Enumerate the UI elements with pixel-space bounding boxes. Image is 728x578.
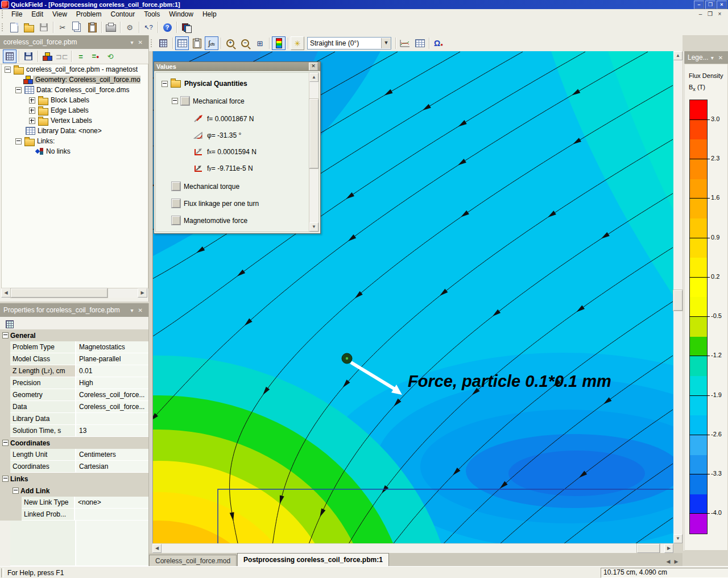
open-button[interactable] (22, 20, 36, 34)
values-item-fy[interactable]: fy = -9.711e-5 N (193, 164, 253, 172)
zoom-extents-button[interactable]: ⊞ (253, 36, 267, 50)
chevron-down-icon[interactable]: ▾ (709, 55, 716, 61)
close-icon[interactable]: ✕ (716, 55, 725, 61)
xy-plot-button[interactable] (398, 36, 412, 50)
save-button[interactable] (37, 20, 51, 34)
collapse-icon[interactable] (172, 98, 178, 104)
scroll-thumb[interactable] (673, 290, 682, 311)
color-legend-button[interactable] (272, 36, 286, 50)
save-problem-button[interactable] (22, 49, 35, 63)
collapse-icon[interactable] (2, 440, 9, 446)
values-item-physical-quantities[interactable]: Physical Quantities (162, 80, 247, 88)
property-row[interactable]: Precision High (0, 377, 148, 389)
tab-scroll-left-icon[interactable]: ◀ (664, 559, 672, 564)
collapse-icon[interactable] (5, 67, 11, 73)
values-item-f[interactable]: f = 0.0001867 N (193, 114, 254, 123)
tree-item-library-data[interactable]: Library Data: <none> (2, 126, 148, 136)
chevron-down-icon[interactable]: ▼ (381, 38, 391, 48)
new-document-button[interactable] (7, 20, 21, 34)
tree-item-geometry[interactable]: Geometry: Coreless_coil_force.mo (2, 75, 148, 85)
windows-button[interactable] (179, 20, 193, 34)
solve-see-results-button[interactable]: =● (89, 49, 102, 63)
values-item-phi[interactable]: φ = -31.35 ° (193, 131, 241, 139)
mdi-minimize-button[interactable]: – (696, 10, 705, 18)
expand-icon[interactable] (29, 108, 35, 114)
checkbox-icon[interactable] (181, 97, 189, 105)
zoom-in-button[interactable]: + (224, 36, 237, 50)
checkbox-icon[interactable] (172, 199, 180, 208)
refresh-button[interactable]: ⟲ (104, 49, 117, 63)
tab-model[interactable]: Coreless_coil_force.mod (149, 555, 237, 566)
close-icon[interactable]: ✕ (309, 63, 318, 71)
property-group-general[interactable]: General (0, 329, 148, 341)
menu-window[interactable]: Window (164, 10, 198, 19)
expand-icon[interactable] (29, 97, 35, 104)
help-button[interactable]: ? (160, 20, 174, 34)
paste-button[interactable] (85, 20, 99, 34)
minimize-button[interactable]: – (694, 1, 704, 9)
cut-button[interactable]: ✂ (56, 20, 69, 34)
collapse-icon[interactable] (13, 488, 19, 494)
values-item-mechanical-torque[interactable]: Mechanical torque (172, 182, 239, 191)
plot-vscrollbar[interactable]: ▲ ▼ (673, 51, 682, 543)
field-picture-button[interactable] (156, 36, 170, 50)
scroll-right-icon[interactable]: ▶ (664, 544, 673, 553)
collapse-icon[interactable] (15, 87, 22, 93)
scroll-left-icon[interactable]: ◀ (152, 544, 162, 553)
impedance-wizard-button[interactable]: Ω● (432, 36, 445, 50)
collapse-icon[interactable] (2, 476, 9, 482)
force-particle[interactable] (342, 353, 352, 364)
contour-type-combobox[interactable]: Straight line (0°) ▼ (307, 37, 391, 49)
tree-item-data[interactable]: Data: Coreless_coil_force.dms (2, 85, 148, 95)
property-row[interactable]: Z Length (Lz), cm 0.01 (0, 365, 148, 377)
property-group-links[interactable]: Links (0, 473, 148, 485)
values-window-titlebar[interactable]: Values ✕ (154, 62, 320, 71)
values-window-button[interactable] (175, 36, 189, 50)
scroll-thumb[interactable] (637, 544, 660, 553)
scroll-down-icon[interactable]: ▼ (309, 222, 318, 232)
print-button[interactable] (104, 20, 118, 34)
links-button[interactable]: ⊐⊏ (55, 49, 69, 63)
checkbox-icon[interactable] (172, 216, 180, 225)
calculator-button[interactable] (190, 36, 204, 50)
property-group-coordinates[interactable]: Coordinates (0, 437, 148, 449)
checkbox-icon[interactable] (172, 182, 180, 191)
picture-wizard-button[interactable]: ✳ (291, 36, 304, 50)
values-item-magnetomotive-force[interactable]: Magnetomotive force (172, 216, 247, 225)
menu-file[interactable]: File (7, 10, 27, 19)
property-row[interactable]: Length Unit Centimeters (0, 449, 148, 461)
restore-button[interactable]: ❐ (705, 1, 715, 9)
values-window[interactable]: Values ✕ Physical Quantities Mechanical … (154, 61, 321, 234)
chevron-down-icon[interactable]: ▾ (129, 307, 136, 313)
geometry-button[interactable] (40, 49, 54, 63)
tab-scroll-right-icon[interactable]: ▶ (672, 559, 680, 564)
solve-button[interactable]: = (74, 49, 88, 63)
collapse-icon[interactable] (15, 138, 22, 144)
view-panels-button[interactable] (3, 49, 16, 63)
scroll-left-icon[interactable]: ◀ (1, 288, 11, 298)
property-row[interactable]: Solution Time, s 13 (0, 425, 148, 437)
menu-problem[interactable]: Problem (72, 10, 106, 19)
plot-hscrollbar[interactable]: ◀ ▶ (152, 544, 673, 553)
tree-item-block-labels[interactable]: Block Labels (2, 95, 148, 105)
scroll-thumb[interactable] (309, 99, 318, 168)
property-row[interactable]: Linked Prob... (0, 509, 148, 521)
property-row[interactable]: Coordinates Cartesian (0, 461, 148, 473)
settings-button[interactable]: ⚙ (123, 20, 136, 34)
copy-button[interactable] (71, 20, 84, 34)
line-integral-button[interactable]: ∫ds (205, 36, 218, 50)
tab-postprocessing[interactable]: Postprocessing coreless_coil_force.pbm:1 (237, 553, 389, 566)
tree-item-no-links[interactable]: No links (2, 146, 148, 156)
scroll-right-icon[interactable]: ▶ (138, 288, 147, 298)
context-help-button[interactable]: ↖? (142, 20, 155, 34)
scroll-down-icon[interactable]: ▼ (673, 534, 682, 543)
property-row[interactable]: Library Data (0, 413, 148, 425)
scroll-thumb[interactable] (11, 288, 107, 298)
menu-help[interactable]: Help (198, 10, 221, 19)
collapse-icon[interactable] (2, 332, 9, 338)
zoom-out-button[interactable]: − (238, 36, 252, 50)
values-item-flux-linkage[interactable]: Flux linkage per one turn (172, 199, 259, 208)
mdi-close-button[interactable]: × (715, 10, 725, 18)
tree-hscrollbar[interactable]: ◀ ▶ (1, 288, 147, 298)
tree-item-problem[interactable]: coreless_coil_force.pbm - magnetost (2, 64, 148, 75)
